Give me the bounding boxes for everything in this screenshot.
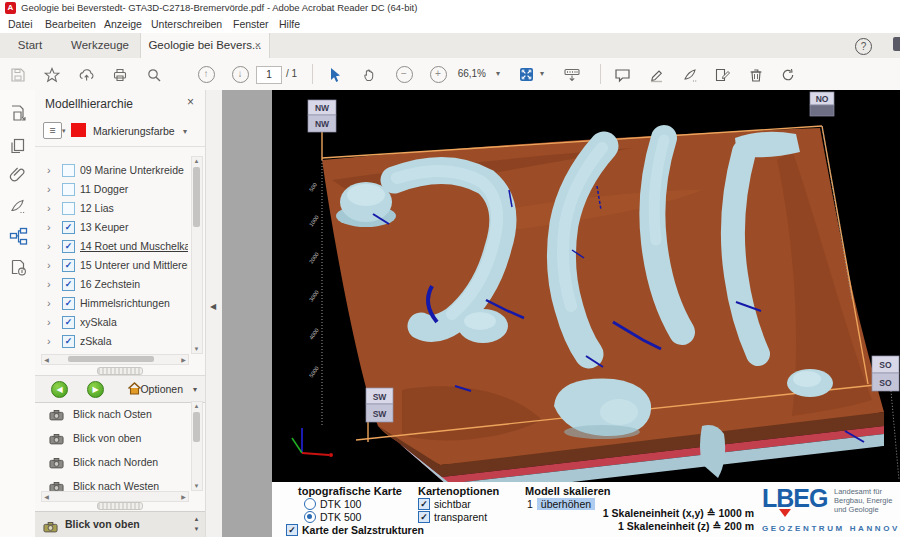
model-tree-icon[interactable] <box>7 225 29 247</box>
chevron-right-icon[interactable]: › <box>47 259 51 271</box>
tree-vertical-scrollbar[interactable]: ▲▼ <box>191 156 203 354</box>
scale-value-field[interactable]: 1 <box>527 498 533 510</box>
views-vertical-scrollbar[interactable]: ▲▼ <box>191 401 203 491</box>
print-icon[interactable] <box>110 65 130 84</box>
visibility-checkbox[interactable]: ✓ <box>62 221 75 234</box>
signatures-icon[interactable] <box>7 195 29 217</box>
chevron-right-icon[interactable]: › <box>47 297 51 309</box>
fit-page-icon[interactable] <box>516 65 536 84</box>
dtk500-radio-row[interactable]: DTK 500 <box>304 511 361 523</box>
next-view-icon[interactable]: ▶ <box>87 381 104 398</box>
menu-unterschreiben[interactable]: Unterschreiben <box>151 18 222 30</box>
fill-sign-icon[interactable] <box>712 65 732 84</box>
3d-viewport[interactable]: 500 1000 2000 3000 4000 5000 <box>272 90 900 482</box>
chevron-right-icon[interactable]: › <box>47 278 51 290</box>
visibility-checkbox[interactable]: ✓ <box>62 278 75 291</box>
tree-item[interactable]: ›✓12 Lias <box>35 200 191 218</box>
visibility-checkbox[interactable]: ✓ <box>62 335 75 348</box>
marking-color-swatch[interactable] <box>71 123 86 137</box>
marking-color-caret-icon[interactable]: ▾ <box>183 127 187 136</box>
menu-hilfe[interactable]: Hilfe <box>279 18 300 30</box>
tree-item[interactable]: ›✓13 Keuper <box>35 219 191 237</box>
salt-map-checkbox-row[interactable]: ✓ Karte der Salzstrukturen <box>286 524 424 536</box>
current-view-label[interactable]: Blick von oben <box>65 518 140 530</box>
menu-fenster[interactable]: Fenster <box>233 18 269 30</box>
select-tool-icon[interactable] <box>326 65 346 84</box>
tab-start[interactable]: Start <box>0 33 60 58</box>
menu-datei[interactable]: Datei <box>8 18 33 30</box>
page-number-input[interactable]: 1 <box>256 66 282 84</box>
visibility-checkbox[interactable]: ✓ <box>62 316 75 329</box>
attachments-icon[interactable] <box>7 164 29 186</box>
visibility-checkbox[interactable]: ✓ <box>62 183 75 196</box>
views-horizontal-scrollbar[interactable]: ◀▶ <box>41 491 189 502</box>
chevron-right-icon[interactable]: › <box>47 202 51 214</box>
tree-item[interactable]: ›✓16 Zechstein <box>35 276 191 294</box>
exaggerate-button[interactable]: überhöhen <box>537 498 595 510</box>
chevron-right-icon[interactable]: › <box>47 240 51 252</box>
fit-page-caret-icon[interactable]: ▾ <box>540 69 544 78</box>
transparent-checkbox-row[interactable]: ✓ transparent <box>418 511 487 523</box>
view-spinner-up-icon[interactable]: ▲ <box>192 516 201 522</box>
next-page-icon[interactable]: ↓ <box>230 65 250 84</box>
hand-tool-icon[interactable] <box>360 65 380 84</box>
chevron-right-icon[interactable]: › <box>47 183 51 195</box>
view-spinner-down-icon[interactable]: ▼ <box>192 526 201 532</box>
transparent-checkbox[interactable]: ✓ <box>418 511 430 523</box>
dtk500-radio[interactable] <box>304 511 316 523</box>
export-pdf-icon[interactable] <box>7 102 29 124</box>
tree-item[interactable]: ›✓11 Dogger <box>35 181 191 199</box>
highlight-icon[interactable] <box>646 65 666 84</box>
tab-werkzeuge[interactable]: Werkzeuge <box>62 33 138 58</box>
chevron-right-icon[interactable]: › <box>47 221 51 233</box>
menu-anzeige[interactable]: Anzeige <box>104 18 142 30</box>
view-item[interactable]: Blick nach Norden <box>35 451 185 473</box>
chevron-right-icon[interactable]: › <box>47 316 51 328</box>
panel-splitter-handle[interactable] <box>97 367 143 375</box>
marking-color-label[interactable]: Markierungsfarbe <box>93 125 175 137</box>
tree-horizontal-scrollbar[interactable]: ◀▶ <box>41 354 189 365</box>
rotate-icon[interactable] <box>778 65 798 84</box>
cloud-upload-icon[interactable] <box>76 65 96 84</box>
panel-splitter-handle[interactable] <box>97 502 143 510</box>
collapse-arrow-icon[interactable]: ◀ <box>210 302 216 311</box>
sign-pen-icon[interactable] <box>680 65 700 84</box>
tab-document[interactable]: Geologie bei Bevers... × <box>140 33 270 58</box>
zoom-level[interactable]: 66,1% <box>452 68 486 79</box>
previous-view-icon[interactable]: ◀ <box>51 381 68 398</box>
view-item[interactable]: Blick von oben <box>35 427 185 449</box>
notification-icon[interactable] <box>893 37 900 51</box>
tree-item[interactable]: ›✓xySkala <box>35 314 191 332</box>
visible-checkbox[interactable]: ✓ <box>418 498 430 510</box>
page-info-icon[interactable] <box>7 256 29 278</box>
zoom-caret-icon[interactable]: ▾ <box>496 69 500 78</box>
options-menu[interactable]: Optionen <box>140 383 183 395</box>
page-thumbnails-icon[interactable] <box>7 135 29 157</box>
zoom-out-icon[interactable]: − <box>394 65 414 84</box>
view-item[interactable]: Blick nach Osten <box>35 403 185 425</box>
visible-checkbox-row[interactable]: ✓ sichtbar <box>418 498 471 510</box>
visibility-checkbox[interactable]: ✓ <box>62 297 75 310</box>
tree-options-icon[interactable]: ☰ <box>43 122 62 139</box>
tree-item[interactable]: ›✓09 Marine Unterkreide <box>35 162 191 180</box>
tab-close-icon[interactable]: × <box>255 33 261 58</box>
visibility-checkbox[interactable]: ✓ <box>62 240 75 253</box>
chevron-right-icon[interactable]: › <box>47 164 51 176</box>
star-icon[interactable] <box>42 65 62 84</box>
visibility-checkbox[interactable]: ✓ <box>62 202 75 215</box>
dtk100-radio[interactable] <box>304 498 316 510</box>
chevron-right-icon[interactable]: › <box>47 335 51 347</box>
trash-icon[interactable] <box>746 65 766 84</box>
visibility-checkbox[interactable]: ✓ <box>62 164 75 177</box>
scroll-mode-icon[interactable] <box>562 65 582 84</box>
tree-item[interactable]: ›✓15 Unterer und Mittlerer Bur <box>35 257 191 275</box>
tree-item-selected[interactable]: ›✓14 Roet und Muschelkalk <box>35 238 191 256</box>
tree-options-caret-icon[interactable]: ▾ <box>62 127 66 135</box>
visibility-checkbox[interactable]: ✓ <box>62 259 75 272</box>
zoom-in-icon[interactable]: + <box>428 65 448 84</box>
previous-page-icon[interactable]: ↑ <box>196 65 216 84</box>
salt-map-checkbox[interactable]: ✓ <box>286 524 298 536</box>
save-icon[interactable] <box>8 65 28 84</box>
menu-bearbeiten[interactable]: Bearbeiten <box>45 18 96 30</box>
tree-item[interactable]: ›✓zSkala <box>35 333 191 351</box>
